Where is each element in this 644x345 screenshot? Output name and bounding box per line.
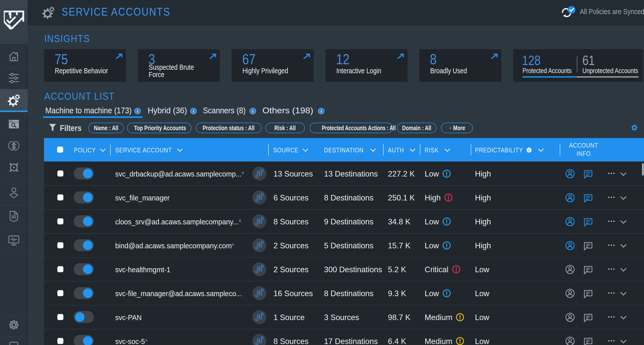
svg-text:i: i [252, 109, 254, 114]
svg-text:i: i [321, 109, 322, 114]
svg-text:i: i [193, 109, 194, 114]
svg-text:i: i [137, 109, 138, 114]
svg-text:i: i [529, 148, 530, 152]
